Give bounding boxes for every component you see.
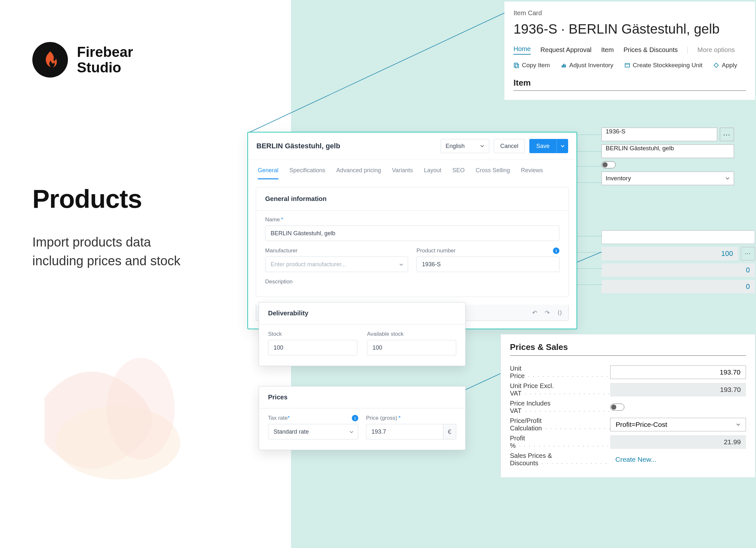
brand-watermark xyxy=(0,284,259,510)
tab-specifications[interactable]: Specifications xyxy=(289,167,325,179)
item-type-dropdown[interactable]: Inventory xyxy=(601,172,734,185)
svg-rect-7 xyxy=(625,63,630,67)
cancel-button[interactable]: Cancel xyxy=(494,139,525,153)
page-subtitle: Import products data including prices an… xyxy=(32,233,180,270)
item-number-input[interactable]: 1936-S xyxy=(601,128,717,141)
tab-general[interactable]: General xyxy=(258,167,278,179)
tab-item[interactable]: Item xyxy=(601,46,614,54)
price-profit-calc-select[interactable]: Profit=Price-Cost xyxy=(610,418,746,431)
qty-zero-2[interactable]: 0 xyxy=(601,280,755,293)
tab-divider xyxy=(687,47,688,54)
more-options[interactable]: More options xyxy=(697,46,735,54)
name-label: Name* xyxy=(265,217,559,223)
available-stock-input[interactable] xyxy=(367,340,456,355)
prices-sales-panel: Prices & Sales Unit Price 193.70 Unit Pr… xyxy=(501,334,755,478)
tab-variants[interactable]: Variants xyxy=(392,167,413,179)
chevron-down-icon xyxy=(736,422,740,427)
tab-request-approval[interactable]: Request Approval xyxy=(540,46,591,54)
product-header: BERLIN Gästestuhl, gelb English Cancel S… xyxy=(248,133,577,160)
stock-input[interactable] xyxy=(268,340,357,355)
name-input[interactable] xyxy=(265,226,559,241)
qty-on-hand[interactable]: 100 xyxy=(601,247,738,261)
svg-rect-3 xyxy=(515,64,519,68)
price-gross-input[interactable] xyxy=(366,424,443,439)
tab-prices-discounts[interactable]: Prices & Discounts xyxy=(623,46,678,54)
product-title: BERLIN Gästestuhl, gelb xyxy=(256,142,340,150)
tab-reviews[interactable]: Reviews xyxy=(521,167,543,179)
available-stock-label: Available stock xyxy=(367,331,456,337)
action-copy-item[interactable]: Copy Item xyxy=(513,62,550,69)
apply-icon xyxy=(713,62,719,68)
currency-label: € xyxy=(443,424,456,439)
action-bar: Copy Item Adjust Inventory Create Stockk… xyxy=(513,62,746,69)
item-number-more[interactable]: ··· xyxy=(720,128,734,141)
section-item: Item xyxy=(513,78,746,91)
unit-price-input[interactable]: 193.70 xyxy=(610,365,746,379)
chevron-down-icon xyxy=(480,144,484,148)
product-panel: BERLIN Gästestuhl, gelb English Cancel S… xyxy=(247,132,577,329)
page-title: Products xyxy=(32,184,142,214)
price-includes-vat-label: Price Includes VAT xyxy=(510,400,610,414)
profit-percent-value: 21.99 xyxy=(610,435,746,449)
svg-rect-2 xyxy=(514,63,517,67)
section-title: General information xyxy=(256,188,568,211)
chevron-down-icon xyxy=(725,176,730,181)
dotted-connector xyxy=(576,252,602,253)
dotted-connector xyxy=(576,166,602,167)
logo-text: Firebear Studio xyxy=(77,44,133,76)
adjust-icon xyxy=(561,62,567,68)
unit-price-excl-label: Unit Price Excl. VAT xyxy=(510,382,610,397)
item-name-input[interactable]: BERLIN Gästestuhl, gelb xyxy=(601,145,734,158)
qty-more[interactable]: ··· xyxy=(741,247,755,261)
prices-title: Prices xyxy=(259,386,465,408)
info-icon[interactable]: i xyxy=(553,248,559,254)
item-toggle[interactable] xyxy=(601,161,616,168)
product-number-input[interactable] xyxy=(416,257,559,272)
action-adjust-inventory[interactable]: Adjust Inventory xyxy=(561,62,613,69)
undo-icon[interactable]: ↶ xyxy=(532,309,537,316)
deliverability-title: Deliverability xyxy=(259,302,465,324)
copy-icon xyxy=(513,62,519,68)
svg-rect-6 xyxy=(565,65,566,68)
redo-icon[interactable]: ↷ xyxy=(545,309,550,316)
sales-prices-discounts-label: Sales Prices & Discounts xyxy=(510,452,610,467)
action-create-sku[interactable]: Create Stockkeeping Unit xyxy=(624,62,702,69)
price-gross-label: Price (gross)* xyxy=(366,415,456,421)
item-fields: 1936-S ··· BERLIN Gästestuhl, gelb Inven… xyxy=(601,128,734,188)
vat-toggle[interactable] xyxy=(610,403,624,411)
tab-seo[interactable]: SEO xyxy=(452,167,465,179)
tab-layout[interactable]: Layout xyxy=(424,167,441,179)
info-icon[interactable]: i xyxy=(352,415,358,421)
brand-logo: Firebear Studio xyxy=(32,42,133,78)
code-icon[interactable]: ⟨⟩ xyxy=(557,309,562,316)
sku-icon xyxy=(624,62,630,68)
tab-cross-selling[interactable]: Cross Selling xyxy=(476,167,510,179)
value-empty-box[interactable] xyxy=(601,231,755,244)
manufacturer-input[interactable] xyxy=(265,257,408,272)
price-profit-calc-label: Price/Profit Calculation xyxy=(510,417,610,432)
product-tabs: General Specifications Advanced pricing … xyxy=(248,160,577,179)
vat-toggle-container xyxy=(610,400,746,414)
item-tabs: Home Request Approval Item Prices & Disc… xyxy=(513,45,746,55)
chevron-down-icon xyxy=(349,430,354,434)
chevron-down-icon xyxy=(399,263,404,267)
deliverability-panel: Deliverability Stock Available stock xyxy=(259,302,466,366)
language-select[interactable]: English xyxy=(441,139,489,153)
svg-point-0 xyxy=(56,406,180,479)
tab-advanced-pricing[interactable]: Advanced pricing xyxy=(336,167,381,179)
dotted-connector xyxy=(576,134,602,135)
action-apply[interactable]: Apply xyxy=(713,62,737,69)
save-dropdown[interactable] xyxy=(556,139,568,153)
qty-zero-1[interactable]: 0 xyxy=(601,263,755,277)
svg-point-1 xyxy=(107,358,175,460)
create-new-link[interactable]: Create New... xyxy=(610,453,746,466)
tab-home[interactable]: Home xyxy=(513,45,531,55)
save-button[interactable]: Save xyxy=(529,139,556,153)
tax-rate-select[interactable] xyxy=(268,424,358,439)
dotted-connector xyxy=(576,268,602,269)
manufacturer-label: Manufacturer xyxy=(265,248,408,254)
logo-mark xyxy=(32,42,68,78)
unit-price-excl-value: 193.70 xyxy=(610,383,746,396)
dotted-connector xyxy=(576,151,602,152)
profit-percent-label: Profit % xyxy=(510,435,610,449)
